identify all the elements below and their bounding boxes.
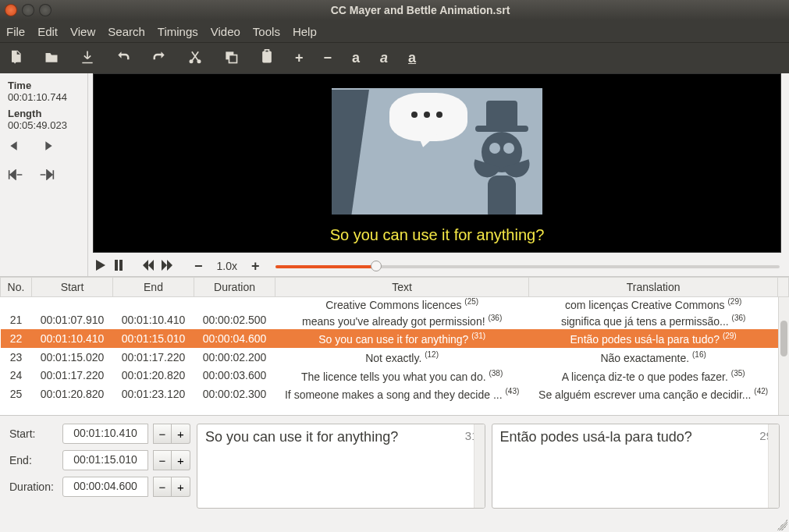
table-row[interactable]: 2500:01:20.82000:01:23.12000:00:02.300If… bbox=[1, 385, 789, 403]
bold-icon[interactable]: a bbox=[352, 50, 360, 66]
svg-point-0 bbox=[190, 59, 194, 63]
table-row[interactable]: 2300:01:15.02000:01:17.22000:00:02.200No… bbox=[1, 348, 789, 367]
end-dec-button[interactable]: − bbox=[153, 450, 172, 470]
time-label: Time bbox=[8, 80, 80, 91]
pause-icon[interactable] bbox=[113, 260, 124, 273]
video-scene bbox=[332, 88, 542, 215]
seek-slider[interactable] bbox=[275, 259, 780, 273]
add-subtitle-icon[interactable]: + bbox=[295, 50, 304, 66]
seek-end-icon[interactable] bbox=[39, 140, 55, 154]
toolbar: + − a a a bbox=[0, 42, 789, 73]
duration-inc-button[interactable]: + bbox=[172, 477, 190, 497]
time-value: 00:01:10.744 bbox=[8, 91, 80, 103]
rewind-icon[interactable] bbox=[143, 260, 154, 273]
speed-value: 1.0x bbox=[217, 260, 237, 272]
duration-input[interactable]: 00:00:04.600 bbox=[62, 477, 148, 497]
col-text[interactable]: Text bbox=[275, 278, 529, 297]
menu-tools[interactable]: Tools bbox=[253, 25, 280, 38]
time-info-pane: Time 00:01:10.744 Length 00:05:49.023 bbox=[0, 73, 88, 276]
svg-rect-7 bbox=[119, 260, 123, 271]
window-titlebar: CC Mayer and Bettle Animation.srt bbox=[0, 0, 789, 20]
text-editor-content: So you can use it for anything? bbox=[205, 429, 398, 445]
save-file-icon[interactable] bbox=[80, 49, 95, 67]
copy-icon[interactable] bbox=[223, 49, 239, 67]
character-icon bbox=[444, 101, 538, 215]
seek-fwd-icon[interactable] bbox=[39, 169, 55, 183]
svg-rect-6 bbox=[115, 260, 118, 271]
table-scrollbar[interactable] bbox=[778, 297, 789, 415]
table-header-row: No. Start End Duration Text Translation bbox=[1, 278, 789, 297]
svg-point-1 bbox=[197, 59, 201, 63]
menu-view[interactable]: View bbox=[70, 25, 95, 38]
length-label: Length bbox=[8, 108, 80, 119]
fastforward-icon[interactable] bbox=[162, 260, 172, 273]
col-translation[interactable]: Translation bbox=[529, 278, 778, 297]
menu-file[interactable]: File bbox=[6, 25, 25, 38]
italic-icon[interactable]: a bbox=[380, 50, 388, 66]
table-row[interactable]: Creative Commons licences (25)com licenç… bbox=[1, 297, 789, 311]
end-stepper: − + bbox=[153, 450, 190, 470]
table-row[interactable]: 2100:01:07.91000:01:10.41000:00:02.500me… bbox=[1, 311, 789, 330]
duration-stepper: − + bbox=[153, 477, 190, 497]
window-maximize-button[interactable] bbox=[39, 4, 52, 16]
new-file-icon[interactable] bbox=[8, 49, 23, 67]
speed-down-button[interactable]: − bbox=[191, 258, 206, 275]
menu-video[interactable]: Video bbox=[211, 25, 240, 38]
length-value: 00:05:49.023 bbox=[8, 119, 80, 131]
start-dec-button[interactable]: − bbox=[153, 424, 172, 444]
duration-label: Duration: bbox=[9, 481, 58, 493]
subtitle-table: No. Start End Duration Text Translation … bbox=[0, 276, 789, 415]
seek-start-icon[interactable] bbox=[8, 140, 23, 154]
col-start[interactable]: Start bbox=[32, 278, 113, 297]
redo-icon[interactable] bbox=[151, 49, 167, 67]
window-resize-grip[interactable] bbox=[0, 516, 789, 532]
svg-rect-5 bbox=[265, 50, 269, 52]
translation-editor[interactable]: Então podes usá-la para tudo? 29 bbox=[492, 424, 780, 509]
start-input[interactable]: 00:01:10.410 bbox=[62, 424, 148, 444]
menu-bar: File Edit View Search Timings Video Tool… bbox=[0, 20, 789, 42]
text-editor[interactable]: So you can use it for anything? 31 bbox=[197, 424, 485, 509]
undo-icon[interactable] bbox=[116, 49, 131, 67]
seek-back-icon[interactable] bbox=[8, 169, 23, 183]
player-controls: − 1.0x + bbox=[93, 253, 781, 276]
menu-timings[interactable]: Timings bbox=[158, 25, 198, 38]
col-duration[interactable]: Duration bbox=[194, 278, 275, 297]
svg-rect-3 bbox=[229, 55, 237, 63]
start-inc-button[interactable]: + bbox=[172, 424, 190, 444]
video-subtitle-overlay: So you can use it for anything? bbox=[94, 226, 780, 244]
video-preview[interactable]: So you can use it for anything? bbox=[93, 73, 781, 253]
play-icon[interactable] bbox=[94, 260, 105, 273]
translation-editor-content: Então podes usá-la para tudo? bbox=[500, 429, 692, 445]
cut-icon[interactable] bbox=[187, 49, 203, 67]
speed-up-button[interactable]: + bbox=[248, 258, 263, 275]
translation-editor-scrollbar[interactable] bbox=[768, 424, 779, 508]
remove-subtitle-icon[interactable]: − bbox=[324, 50, 332, 66]
end-input[interactable]: 00:01:15.010 bbox=[62, 450, 148, 470]
underline-icon[interactable]: a bbox=[408, 50, 416, 66]
col-no[interactable]: No. bbox=[1, 278, 32, 297]
menu-edit[interactable]: Edit bbox=[37, 25, 58, 38]
window-title: CC Mayer and Bettle Animation.srt bbox=[56, 4, 784, 16]
end-inc-button[interactable]: + bbox=[172, 450, 190, 470]
edit-panel: Start: 00:01:10.410 − + End: 00:01:15.01… bbox=[0, 415, 789, 516]
end-label: End: bbox=[9, 454, 58, 466]
duration-dec-button[interactable]: − bbox=[153, 477, 172, 497]
window-minimize-button[interactable] bbox=[22, 4, 34, 16]
text-editor-scrollbar[interactable] bbox=[474, 424, 485, 508]
menu-help[interactable]: Help bbox=[293, 25, 317, 38]
paste-icon[interactable] bbox=[259, 49, 275, 67]
start-label: Start: bbox=[9, 427, 58, 440]
table-row[interactable]: 2400:01:17.22000:01:20.82000:00:03.600Th… bbox=[1, 367, 789, 385]
table-row[interactable]: 2200:01:10.41000:01:15.01000:00:04.600So… bbox=[1, 329, 789, 348]
window-close-button[interactable] bbox=[5, 4, 17, 16]
open-file-icon[interactable] bbox=[44, 49, 59, 67]
menu-search[interactable]: Search bbox=[108, 25, 145, 38]
col-end[interactable]: End bbox=[113, 278, 194, 297]
start-stepper: − + bbox=[153, 424, 190, 444]
